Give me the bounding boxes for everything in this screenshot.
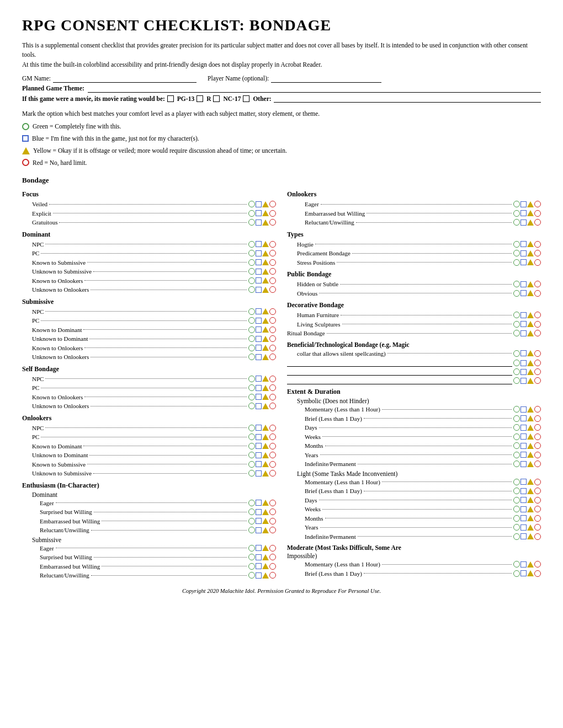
player-name-input[interactable] (271, 75, 381, 83)
blue-icon (256, 572, 262, 579)
list-item-blank-1 (287, 359, 541, 367)
red-icon (534, 368, 541, 375)
green-icon (248, 345, 255, 351)
list-item: Eager (22, 544, 276, 553)
green-icon (513, 515, 520, 522)
blue-icon (256, 287, 262, 293)
red-icon (534, 350, 541, 357)
legend-blue: Blue = I'm fine with this in the game, j… (32, 133, 199, 144)
section-dominant: Dominant (22, 231, 276, 239)
green-icon (513, 259, 520, 266)
list-item: NPC (22, 424, 276, 433)
list-item: Momentary (Less than 1 Hour) (287, 560, 541, 569)
yellow-icon (262, 554, 269, 560)
red-icon (534, 321, 541, 328)
yellow-icon (262, 269, 269, 275)
yellow-icon (262, 385, 269, 391)
green-icon (513, 312, 520, 318)
blue-icon (520, 378, 527, 384)
blue-icon (520, 515, 527, 521)
red-icon (534, 497, 541, 504)
green-icon (513, 570, 520, 577)
rating-nc17-checkbox[interactable] (213, 95, 220, 102)
red-icon (22, 159, 29, 166)
yellow-icon (262, 259, 269, 265)
yellow-icon (262, 500, 269, 506)
green-icon (248, 317, 255, 324)
planned-theme-input[interactable] (88, 85, 541, 93)
legend-yellow: Yellow = Okay if it is offstage or veile… (33, 145, 287, 157)
section-types: Types (287, 231, 541, 239)
yellow-icon (527, 433, 534, 440)
green-icon (22, 123, 29, 130)
red-icon (269, 335, 276, 342)
yellow-icon (527, 220, 534, 226)
green-icon (248, 354, 255, 360)
red-icon (269, 554, 276, 560)
green-icon (513, 250, 520, 256)
list-item: Known to Submissive (22, 460, 276, 469)
blue-icon (520, 461, 527, 467)
blue-icon (256, 376, 262, 382)
green-icon (248, 554, 255, 560)
list-item: Known to Dominant (22, 442, 276, 451)
yellow-icon (527, 406, 534, 413)
green-icon (248, 452, 255, 458)
list-item: PC (22, 316, 276, 325)
green-icon (248, 308, 255, 315)
gm-name-input[interactable] (53, 75, 196, 83)
yellow-icon (22, 147, 30, 154)
gm-name-label: GM Name: (22, 75, 51, 82)
blue-icon (256, 250, 262, 256)
blue-icon (520, 433, 527, 440)
page-title: RPG Consent Checklist: Bondage (22, 17, 541, 34)
yellow-icon (527, 570, 534, 576)
yellow-icon (262, 308, 269, 314)
rating-other-input[interactable] (274, 95, 541, 103)
green-icon (513, 461, 520, 467)
green-icon (513, 506, 520, 512)
red-icon (269, 354, 276, 360)
section-onlookers-right: Onlookers (287, 190, 541, 199)
blue-icon (520, 443, 527, 449)
list-item: Unknown to Dominant (22, 451, 276, 460)
yellow-icon (262, 376, 269, 382)
rating-pg13-checkbox[interactable] (167, 95, 174, 102)
green-icon (248, 335, 255, 342)
list-item: Hidden or Subtle (287, 280, 541, 289)
rating-other-checkbox[interactable] (243, 95, 249, 102)
green-icon (248, 518, 255, 524)
green-icon (513, 424, 520, 431)
red-icon (534, 524, 541, 531)
red-icon (534, 415, 541, 422)
blue-icon (520, 524, 527, 531)
blue-icon (520, 497, 527, 503)
rating-r-checkbox[interactable] (196, 95, 203, 102)
red-icon (534, 241, 541, 248)
legend-title: Mark the option which best matches your … (22, 108, 541, 120)
yellow-icon (262, 461, 269, 467)
yellow-icon (527, 506, 534, 512)
list-item: PC (22, 249, 276, 258)
blue-icon (520, 250, 527, 256)
section-moderate: Moderate (Most Tasks Difficult, Some Are (287, 544, 541, 551)
blue-icon (256, 354, 262, 360)
yellow-icon (527, 461, 534, 467)
list-item: Momentary (Less than 1 Hour) (287, 478, 541, 487)
blue-icon (520, 259, 527, 265)
green-icon (248, 545, 255, 552)
list-item: NPC (22, 307, 276, 317)
yellow-icon (262, 354, 269, 360)
red-icon (269, 376, 276, 382)
section-self-bondage: Self Bondage (22, 365, 276, 373)
yellow-icon (262, 210, 269, 216)
yellow-icon (262, 443, 269, 449)
red-icon (269, 461, 276, 468)
list-item: Months (287, 441, 541, 451)
green-icon (513, 290, 520, 297)
list-item: NPC (22, 374, 276, 384)
list-item: Eager (22, 499, 276, 508)
subsection-dominant: Dominant (22, 491, 276, 498)
section-public-bondage: Public Bondage (287, 270, 541, 279)
green-icon (513, 219, 520, 226)
